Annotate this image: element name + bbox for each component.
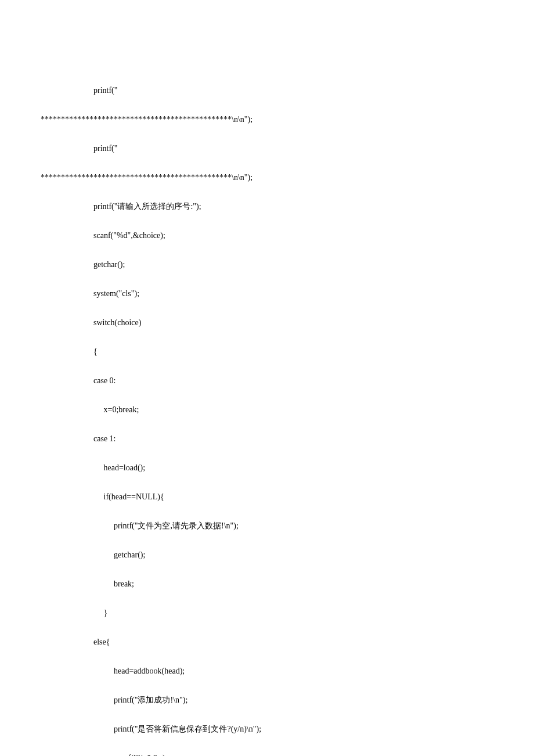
code-line: printf("添加成功!\n"); [0, 693, 534, 707]
code-line: case 1: [0, 431, 534, 446]
code-line: else{ [0, 635, 534, 649]
code-line: { [0, 344, 534, 359]
code-line: printf(" [0, 83, 534, 98]
code-line: printf(" [0, 141, 534, 156]
code-line: scanf("%d",&choice); [0, 228, 534, 243]
code-line: printf("是否将新信息保存到文件?(y/n)\n"); [0, 722, 534, 736]
code-line: if(head==NULL){ [0, 489, 534, 504]
code-line: head=load(); [0, 460, 534, 475]
code-line: getchar(); [0, 548, 534, 562]
code-line: switch(choice) [0, 315, 534, 330]
code-line: } [0, 606, 534, 620]
document-page: printf(" *******************************… [0, 0, 534, 756]
code-line: scanf("%c",&a); [0, 751, 534, 756]
code-line: ****************************************… [0, 112, 534, 127]
code-line: break; [0, 577, 534, 591]
code-line: ****************************************… [0, 170, 534, 185]
code-line: printf("请输入所选择的序号:"); [0, 199, 534, 214]
code-line: printf("文件为空,请先录入数据!\n"); [0, 519, 534, 533]
code-line: system("cls"); [0, 286, 534, 301]
code-line: head=addbook(head); [0, 664, 534, 678]
code-line: x=0;break; [0, 402, 534, 417]
code-line: getchar(); [0, 257, 534, 272]
code-line: case 0: [0, 373, 534, 388]
